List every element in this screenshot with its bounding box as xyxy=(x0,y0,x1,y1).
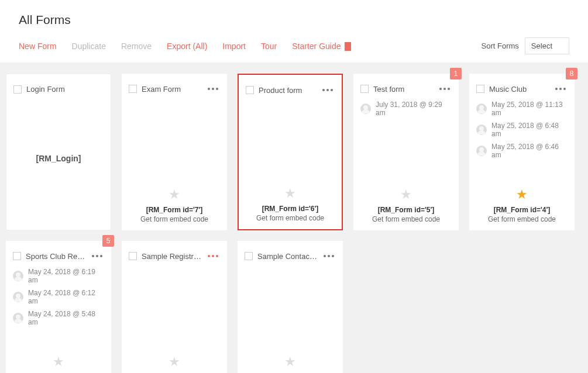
form-card-sample-registration[interactable]: Sample Registration ... ★ [RM_Form id='2… xyxy=(122,241,227,373)
shortcode-label: [RM_Form id='5'] xyxy=(360,206,452,214)
form-card-music[interactable]: 8 Music Club May 25, 2018 @ 11:13 am May… xyxy=(469,74,575,230)
star-icon[interactable]: ★ xyxy=(129,355,220,368)
avatar-icon xyxy=(476,146,487,156)
card-title: Login Form xyxy=(26,85,104,94)
form-card-exam[interactable]: Exam Form ★ [RM_Form id='7'] Get form em… xyxy=(122,74,227,230)
embed-link[interactable]: Get form embed code xyxy=(129,215,220,223)
checkbox[interactable] xyxy=(360,85,369,93)
login-body: [RM_Login] xyxy=(13,94,104,223)
checkbox[interactable] xyxy=(13,85,22,94)
starter-guide-link[interactable]: Starter Guide xyxy=(292,42,350,51)
card-title: Sports Club Registrati... xyxy=(26,252,85,261)
list-item[interactable]: May 24, 2018 @ 6:19 am xyxy=(13,268,104,284)
card-title: Sample Contact Form xyxy=(257,252,317,261)
card-header: Exam Form xyxy=(129,84,220,94)
entry-timestamp: May 24, 2018 @ 6:12 am xyxy=(28,289,104,305)
entries-list: July 31, 2018 @ 9:29 am xyxy=(360,101,452,117)
entry-timestamp: May 24, 2018 @ 5:48 am xyxy=(28,310,104,326)
remove-link[interactable]: Remove xyxy=(121,42,152,51)
book-icon xyxy=(345,42,351,50)
sort-forms-control: Sort Forms Select xyxy=(482,37,569,54)
avatar-icon xyxy=(13,271,23,281)
card-header: Music Club xyxy=(476,84,568,94)
form-card-product[interactable]: Product form ★ [RM_Form id='6'] Get form… xyxy=(238,74,343,230)
star-icon[interactable]: ★ xyxy=(476,188,568,201)
entries-list: May 24, 2018 @ 6:19 am May 24, 2018 @ 6:… xyxy=(13,268,104,326)
card-footer: ★ [RM_Form id='6'] Get form embed code xyxy=(246,187,335,222)
duplicate-link[interactable]: Duplicate xyxy=(72,42,106,51)
shortcode-label: [RM_Form id='6'] xyxy=(246,205,335,213)
card-menu-button[interactable] xyxy=(322,251,336,261)
checkbox[interactable] xyxy=(245,252,253,260)
card-title: Exam Form xyxy=(142,85,201,94)
card-menu-button[interactable] xyxy=(206,251,220,261)
entry-timestamp: May 24, 2018 @ 6:19 am xyxy=(28,268,104,284)
card-menu-button[interactable] xyxy=(553,84,568,94)
card-menu-button[interactable] xyxy=(438,84,452,94)
checkbox[interactable] xyxy=(13,252,21,260)
card-title: Test form xyxy=(373,85,433,94)
avatar-icon xyxy=(476,103,487,114)
card-title: Sample Registration ... xyxy=(142,252,201,261)
tour-link[interactable]: Tour xyxy=(261,42,277,51)
avatar-icon xyxy=(360,103,371,114)
entry-timestamp: July 31, 2018 @ 9:29 am xyxy=(376,101,452,117)
embed-link[interactable]: Get form embed code xyxy=(476,215,568,223)
avatar-icon xyxy=(13,292,23,302)
checkbox[interactable] xyxy=(129,85,137,93)
header: All Forms New Form Duplicate Remove Expo… xyxy=(0,0,588,63)
card-menu-button[interactable] xyxy=(90,251,104,261)
card-footer: ★ [RM_Form id='5'] Get form embed code xyxy=(360,188,452,223)
toolbar: New Form Duplicate Remove Export (All) I… xyxy=(19,37,569,63)
card-footer: ★ [RM_Form id='4'] Get form embed code xyxy=(476,188,568,223)
checkbox[interactable] xyxy=(129,252,137,260)
card-header: Login Form xyxy=(13,85,104,94)
card-menu-button[interactable] xyxy=(206,84,220,94)
page-title: All Forms xyxy=(19,0,569,37)
entries-list: May 25, 2018 @ 11:13 am May 25, 2018 @ 6… xyxy=(476,101,568,159)
form-card-sports[interactable]: 5 Sports Club Registrati... May 24, 2018… xyxy=(6,241,111,373)
card-title: Music Club xyxy=(489,85,549,94)
shortcode-label: [RM_Form id='4'] xyxy=(476,206,568,214)
card-header: Sports Club Registrati... xyxy=(13,251,104,261)
embed-link[interactable]: Get form embed code xyxy=(246,214,335,222)
star-icon[interactable]: ★ xyxy=(246,187,335,200)
export-link[interactable]: Export (All) xyxy=(167,42,207,51)
card-title: Product form xyxy=(259,86,316,95)
list-item[interactable]: May 24, 2018 @ 6:12 am xyxy=(13,289,104,305)
starter-guide-label: Starter Guide xyxy=(292,42,341,51)
star-icon[interactable]: ★ xyxy=(360,188,452,201)
list-item[interactable]: May 25, 2018 @ 11:13 am xyxy=(476,101,568,117)
notification-badge: 8 xyxy=(566,68,577,80)
forms-grid: Login Form [RM_Login] Exam Form ★ [RM_Fo… xyxy=(0,63,588,373)
star-icon[interactable]: ★ xyxy=(129,188,220,201)
card-footer: ★ [RM_Form id='1'] Get form embed code xyxy=(245,355,336,373)
card-footer: ★ [RM_Form id='2'] Get form embed code xyxy=(129,355,220,373)
notification-badge: 1 xyxy=(450,68,462,80)
import-link[interactable]: Import xyxy=(222,42,246,51)
list-item[interactable]: July 31, 2018 @ 9:29 am xyxy=(360,101,452,117)
card-header: Test form xyxy=(360,84,452,94)
avatar-icon xyxy=(476,125,487,135)
embed-link[interactable]: Get form embed code xyxy=(360,215,452,223)
sort-select[interactable]: Select xyxy=(525,37,569,54)
new-form-link[interactable]: New Form xyxy=(19,42,57,51)
entry-timestamp: May 25, 2018 @ 6:46 am xyxy=(491,143,568,159)
form-card-login[interactable]: Login Form [RM_Login] xyxy=(6,74,111,230)
list-item[interactable]: May 24, 2018 @ 5:48 am xyxy=(13,310,104,326)
checkbox[interactable] xyxy=(476,85,484,93)
card-footer: ★ [RM_Form id='3'] Get form embed code xyxy=(13,355,104,373)
form-card-sample-contact[interactable]: Sample Contact Form ★ [RM_Form id='1'] G… xyxy=(238,241,343,373)
list-item[interactable]: May 25, 2018 @ 6:48 am xyxy=(476,122,568,138)
login-shortcode: [RM_Login] xyxy=(36,154,81,163)
form-card-test[interactable]: 1 Test form July 31, 2018 @ 9:29 am ★ [R… xyxy=(353,74,459,230)
star-icon[interactable]: ★ xyxy=(245,355,336,368)
card-header: Sample Registration ... xyxy=(129,251,220,261)
checkbox[interactable] xyxy=(246,86,254,94)
avatar-icon xyxy=(13,313,23,323)
list-item[interactable]: May 25, 2018 @ 6:46 am xyxy=(476,143,568,159)
star-icon[interactable]: ★ xyxy=(13,355,104,368)
card-menu-button[interactable] xyxy=(321,85,335,95)
card-header: Sample Contact Form xyxy=(245,251,336,261)
card-footer: ★ [RM_Form id='7'] Get form embed code xyxy=(129,188,220,223)
